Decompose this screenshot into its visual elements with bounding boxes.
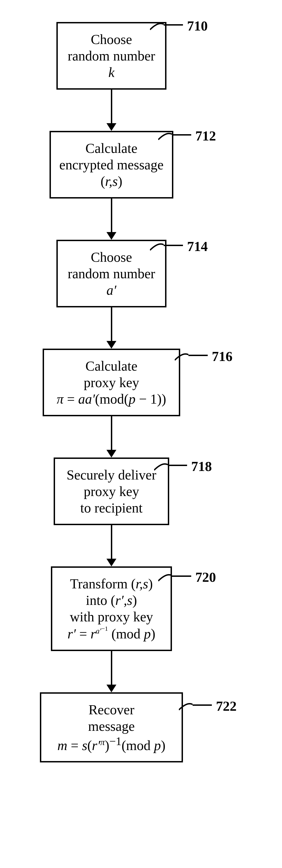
callout-lead <box>172 576 191 577</box>
step-variable: k <box>62 64 161 81</box>
step-formula: π = aa′(mod(p − 1)) <box>49 391 174 407</box>
connector <box>107 307 116 349</box>
diagram-page: Choose random number k Calculate encrypt… <box>0 0 282 868</box>
label-712: 712 <box>195 128 216 144</box>
step-text: Securely deliver <box>59 467 163 483</box>
step-text: Choose <box>62 249 161 265</box>
step-formula: r′ = ra′−1 (mod p) <box>57 625 166 642</box>
step-tuple: (r,s) <box>55 173 168 189</box>
connector <box>107 198 116 240</box>
step-720: Transform (r,s) into (r′,s) with proxy k… <box>51 566 172 651</box>
step-718: Securely deliver proxy key to recipient <box>54 458 169 525</box>
step-text: with proxy key <box>57 609 166 625</box>
label-714: 714 <box>187 238 208 254</box>
step-text: Calculate <box>49 358 174 374</box>
callout-lead <box>189 355 208 356</box>
connector <box>107 525 116 566</box>
callout-lead <box>164 24 183 26</box>
callout-curve <box>175 352 189 368</box>
step-712: Calculate encrypted message (r,s) <box>50 131 173 198</box>
callout-curve <box>150 22 164 38</box>
tuple-vars: r,s <box>105 174 118 189</box>
connector <box>107 90 116 131</box>
callout-curve <box>150 242 164 258</box>
label-718: 718 <box>191 458 212 474</box>
step-variable: a′ <box>62 282 161 298</box>
label-716: 716 <box>212 348 232 364</box>
step-text: to recipient <box>59 500 163 516</box>
label-720: 720 <box>195 569 216 585</box>
callout-curve <box>158 131 172 148</box>
step-text: Choose <box>62 31 161 48</box>
callout-curve <box>179 702 193 718</box>
step-text: Calculate <box>55 140 168 156</box>
step-text: random number <box>62 48 161 64</box>
step-text: proxy key <box>59 483 163 500</box>
step-text: Transform (r,s) <box>57 576 166 592</box>
callout-lead <box>168 465 187 466</box>
callout-curve <box>154 462 168 478</box>
callout-lead <box>172 134 191 135</box>
step-722: Recover message m = s(r′π)−1(mod p) <box>40 692 183 763</box>
step-text: into (r′,s) <box>57 592 166 609</box>
step-text: Recover <box>46 702 177 718</box>
step-text: encrypted message <box>55 156 168 173</box>
callout-curve <box>158 573 172 589</box>
callout-lead <box>164 245 183 246</box>
callout-lead <box>193 705 212 706</box>
label-710: 710 <box>187 18 208 34</box>
step-text: message <box>46 718 177 734</box>
connector <box>107 651 116 692</box>
step-text: random number <box>62 265 161 282</box>
step-text: proxy key <box>49 374 174 391</box>
step-716: Calculate proxy key π = aa′(mod(p − 1)) <box>43 349 180 416</box>
step-formula: m = s(r′π)−1(mod p) <box>46 734 177 754</box>
connector <box>107 416 116 458</box>
label-722: 722 <box>216 698 236 714</box>
